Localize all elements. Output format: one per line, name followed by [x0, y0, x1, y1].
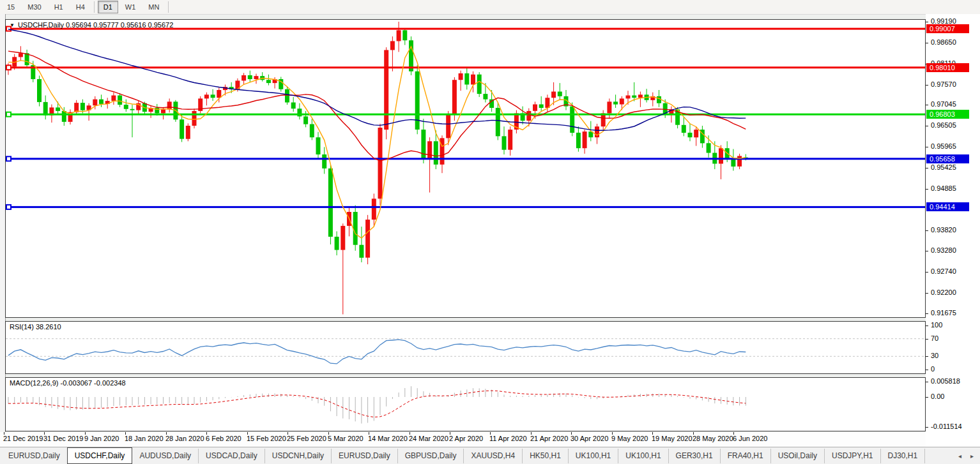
rsi-scale-label: 100: [931, 321, 942, 329]
macd-canvas[interactable]: [6, 378, 925, 431]
candle-up: [526, 111, 531, 121]
candle-down: [328, 168, 333, 237]
chart-tab-dj30[interactable]: DJ30,H1: [881, 449, 926, 463]
chart-tab-usdcnh[interactable]: USDCNH,Daily: [265, 449, 332, 463]
macd-scale-tick: [926, 382, 928, 382]
candle-down: [434, 141, 438, 164]
tabs-scroll-right-icon[interactable]: ▸: [970, 453, 974, 460]
price-scale-tick: [926, 293, 928, 294]
macd-indicator-panel[interactable]: MACD(12,26,9) -0.003067 -0.002348: [5, 377, 926, 431]
candle-up: [192, 111, 197, 126]
candle-up: [427, 141, 432, 158]
candle-down: [632, 96, 636, 98]
timeframe-button-mn[interactable]: MN: [142, 1, 165, 13]
date-label: 9 Jan 2020: [84, 435, 119, 442]
price-badge-0.94414: 0.94414: [926, 202, 969, 211]
candle-up: [446, 114, 450, 138]
chart-tab-xauusd[interactable]: XAUUSD,H4: [464, 449, 523, 463]
chart-tab-usdchf-active[interactable]: USDCHF,Daily: [67, 447, 133, 464]
chart-tab-uk100[interactable]: UK100,H1: [618, 449, 668, 463]
timeframe-button-d1[interactable]: D1: [98, 1, 118, 13]
chart-tab-fra40[interactable]: FRA40,H1: [721, 449, 771, 463]
date-axis[interactable]: 21 Dec 201931 Dec 20199 Jan 202018 Jan 2…: [0, 432, 926, 447]
date-label: 18 Jan 2020: [125, 435, 164, 442]
rsi-scale-label: 70: [931, 334, 938, 342]
line-anchor-marker[interactable]: [6, 65, 11, 70]
horizontal-line-0.96803[interactable]: [6, 114, 925, 116]
candle-up: [737, 156, 742, 166]
candle-up: [607, 101, 611, 113]
timeframe-button-15[interactable]: 15: [1, 1, 20, 13]
candle-up: [93, 100, 97, 106]
candle-down: [464, 73, 469, 85]
chart-tab-usdcad[interactable]: USDCAD,Daily: [199, 449, 265, 463]
chart-tab-hk50[interactable]: HK50,H1: [523, 449, 569, 463]
price-scale-tick: [926, 272, 928, 273]
candle-down: [613, 101, 618, 104]
horizontal-line-0.98010[interactable]: [6, 66, 925, 68]
price-scale-tick: [926, 251, 928, 251]
candle-down: [266, 80, 271, 83]
price-scale[interactable]: 0.991900.986500.981100.975700.970450.965…: [926, 14, 980, 447]
rsi-scale-label: 30: [931, 352, 938, 359]
date-label: 28 Jan 2020: [165, 435, 204, 442]
candle-down: [291, 103, 296, 109]
price-chart-canvas[interactable]: [6, 20, 925, 317]
chart-tab-usdjpy[interactable]: USDJPY,H1: [825, 449, 880, 463]
rsi-indicator-panel[interactable]: RSI(14) 38.2610: [5, 321, 926, 374]
candle-up: [620, 98, 624, 104]
horizontal-line-0.94414[interactable]: [6, 206, 925, 208]
price-chart-panel[interactable]: ▼USDCHF,Daily 0.95694 0.95777 0.95616 0.…: [5, 19, 926, 318]
price-scale-label: 0.92200: [931, 288, 956, 296]
date-label: 15 Feb 2020: [247, 435, 286, 442]
date-label: 25 Feb 2020: [287, 435, 326, 442]
candle-down: [322, 154, 326, 168]
chart-dropdown-icon[interactable]: ▼: [10, 22, 15, 28]
chart-tab-gbpusd[interactable]: GBPUSD,Daily: [398, 449, 464, 463]
price-scale-tick: [926, 85, 928, 86]
line-anchor-marker[interactable]: [6, 156, 11, 161]
candle-down: [688, 133, 693, 137]
candle-down: [576, 133, 581, 148]
chart-tab-ger30[interactable]: GER30,H1: [669, 449, 721, 463]
price-badge-0.98010: 0.98010: [926, 63, 969, 72]
candle-down: [707, 143, 711, 153]
horizontal-line-0.95658[interactable]: [6, 158, 925, 160]
candle-down: [80, 103, 85, 110]
candle-up: [626, 96, 631, 99]
chart-tab-uk100[interactable]: UK100,H1: [569, 449, 618, 463]
rsi-scale-tick: [926, 356, 928, 357]
timeframe-button-m30[interactable]: M30: [22, 1, 47, 13]
candle-down: [496, 108, 500, 136]
candle-down: [310, 124, 314, 138]
toolbar-separator: [94, 1, 95, 13]
line-anchor-marker[interactable]: [6, 205, 11, 209]
date-label: 5 Mar 2020: [328, 435, 364, 442]
chart-tab-eurusd[interactable]: EURUSD,Daily: [1, 449, 68, 463]
chart-tab-usoil[interactable]: USOil,Daily: [771, 449, 825, 463]
candle-down: [99, 100, 103, 104]
rsi-scale-label: 0: [931, 365, 935, 373]
timeframe-button-h1[interactable]: H1: [49, 1, 69, 13]
line-anchor-marker[interactable]: [6, 112, 11, 117]
chart-tab-audusd[interactable]: AUDUSD,Daily: [132, 449, 199, 463]
tabs-scroll-left-icon[interactable]: ◂: [958, 453, 961, 460]
candle-up: [533, 105, 537, 111]
chart-tab-eurusd[interactable]: EURUSD,Daily: [332, 449, 398, 463]
candle-up: [167, 101, 172, 109]
date-label: 28 May 2020: [693, 435, 733, 442]
price-scale-label: 0.94885: [931, 184, 956, 192]
price-scale-tick: [926, 230, 928, 231]
timeframe-button-w1[interactable]: W1: [119, 1, 142, 13]
macd-scale-label: 0.005818: [931, 377, 960, 385]
candle-up: [161, 109, 165, 113]
timeframe-button-h4[interactable]: H4: [70, 1, 91, 13]
date-label: 21 Dec 2019: [3, 435, 43, 442]
price-scale-tick: [926, 22, 928, 22]
rsi-canvas[interactable]: [6, 322, 925, 373]
date-label: 19 May 2020: [652, 435, 693, 442]
candle-down: [37, 79, 42, 102]
candle-down: [477, 75, 482, 94]
price-scale-tick: [926, 105, 928, 105]
candle-up: [471, 75, 475, 85]
